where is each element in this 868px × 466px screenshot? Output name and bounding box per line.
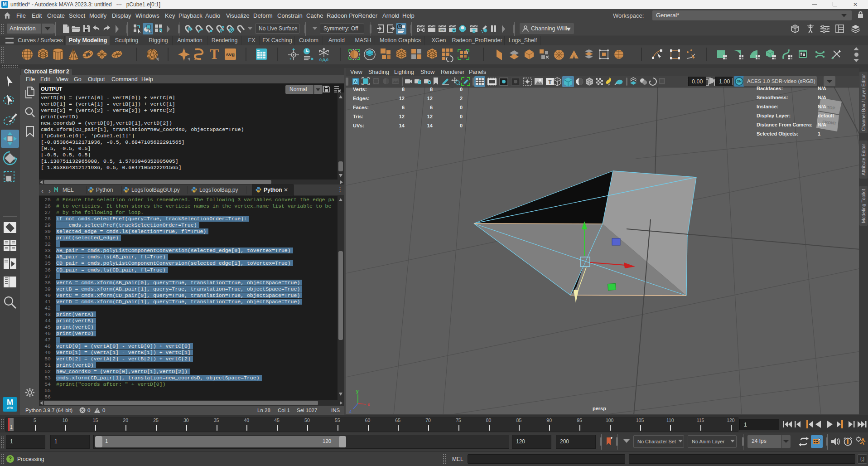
svg-text:T: T [548,78,552,85]
svg-text:IPR: IPR [440,29,445,32]
svg-text:svg: svg [226,52,235,57]
svg-text:y: y [356,389,359,394]
svg-text:TOP: TOP [827,105,835,111]
svg-text:x: x [367,402,370,407]
svg-text:A: A [354,79,357,84]
svg-text:T: T [210,47,219,62]
svg-text:z: z [349,408,352,413]
svg-text:0,0,0: 0,0,0 [319,58,328,62]
